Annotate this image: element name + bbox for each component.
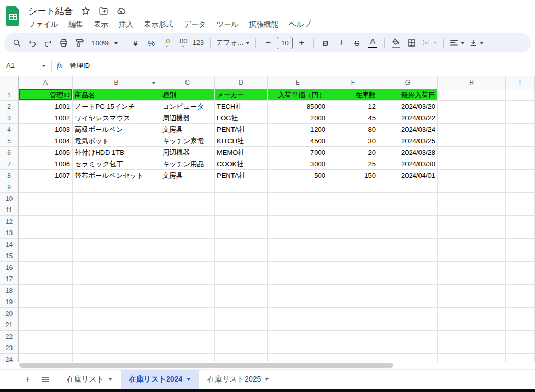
- cell-G10[interactable]: [378, 193, 438, 204]
- cell-C20[interactable]: [160, 308, 215, 319]
- bold-button[interactable]: B: [318, 36, 333, 50]
- cell-H13[interactable]: [438, 227, 506, 239]
- column-header-F[interactable]: F: [328, 76, 378, 89]
- cell-E7[interactable]: 3000: [268, 158, 328, 170]
- cell-E1[interactable]: 入荷単価（円）: [268, 89, 328, 101]
- row-header-7[interactable]: 7: [0, 158, 19, 170]
- cell-A20[interactable]: [19, 308, 73, 319]
- paint-format-button[interactable]: [72, 36, 87, 50]
- menu-item-0[interactable]: ファイル: [24, 19, 62, 30]
- cell-C7[interactable]: キッチン用品: [160, 158, 215, 170]
- text-color-button[interactable]: A: [365, 36, 380, 50]
- cell-B18[interactable]: [73, 285, 160, 296]
- cell-G1[interactable]: 最終入荷日: [378, 89, 438, 101]
- cell-H15[interactable]: [438, 250, 506, 262]
- select-all-corner[interactable]: [0, 76, 19, 89]
- merge-cells-button[interactable]: [420, 36, 439, 50]
- cell-F23[interactable]: [328, 342, 378, 354]
- cell-H4[interactable]: [438, 124, 506, 135]
- cell-I11[interactable]: [506, 204, 535, 216]
- cell-B14[interactable]: [73, 239, 160, 250]
- cell-G21[interactable]: [378, 319, 438, 331]
- cell-I22[interactable]: [506, 331, 535, 342]
- cell-I1[interactable]: [506, 89, 535, 101]
- menu-item-3[interactable]: 挿入: [114, 19, 137, 30]
- cell-C12[interactable]: [160, 216, 215, 227]
- cell-D9[interactable]: [215, 181, 268, 193]
- cell-B17[interactable]: [73, 273, 160, 285]
- cell-I12[interactable]: [506, 216, 535, 227]
- menu-item-2[interactable]: 表示: [89, 19, 112, 30]
- cell-G14[interactable]: [378, 239, 438, 250]
- row-header-12[interactable]: 12: [0, 216, 19, 227]
- cell-D15[interactable]: [215, 250, 268, 262]
- cell-E2[interactable]: 85000: [268, 101, 328, 112]
- cell-H18[interactable]: [438, 285, 506, 296]
- cell-F18[interactable]: [328, 285, 378, 296]
- column-header-G[interactable]: G: [378, 76, 438, 89]
- cell-H1[interactable]: [438, 89, 506, 101]
- undo-button[interactable]: [25, 36, 40, 50]
- cell-H2[interactable]: [438, 101, 506, 112]
- cell-B13[interactable]: [73, 227, 160, 239]
- cell-H17[interactable]: [438, 273, 506, 285]
- cell-A9[interactable]: [19, 181, 73, 193]
- cell-D17[interactable]: [215, 273, 268, 285]
- decrease-font-size-button[interactable]: −: [260, 36, 276, 50]
- borders-button[interactable]: [404, 36, 419, 50]
- column-header-E[interactable]: E: [268, 76, 328, 89]
- cell-B21[interactable]: [73, 319, 160, 331]
- cell-F17[interactable]: [328, 273, 378, 285]
- menu-item-6[interactable]: ツール: [212, 19, 243, 30]
- sheet-tab-2[interactable]: 在庫リスト2025: [199, 370, 277, 389]
- formula-input[interactable]: 管理ID: [69, 61, 90, 71]
- cell-A5[interactable]: 1004: [19, 135, 73, 147]
- font-size-input[interactable]: 10: [277, 37, 293, 49]
- cell-C1[interactable]: 種別: [160, 89, 215, 101]
- row-header-2[interactable]: 2: [0, 101, 19, 112]
- cell-A10[interactable]: [19, 193, 73, 204]
- row-header-23[interactable]: 23: [0, 342, 19, 354]
- cell-I15[interactable]: [506, 250, 535, 262]
- cell-E19[interactable]: [268, 296, 328, 308]
- cell-D12[interactable]: [215, 216, 268, 227]
- menu-item-5[interactable]: データ: [179, 19, 210, 30]
- cell-I13[interactable]: [506, 227, 535, 239]
- column-header-C[interactable]: C: [160, 76, 215, 89]
- cell-C13[interactable]: [160, 227, 215, 239]
- cell-E22[interactable]: [268, 331, 328, 342]
- cell-C2[interactable]: コンピュータ: [160, 101, 215, 112]
- cell-A24[interactable]: [19, 354, 73, 362]
- cell-H14[interactable]: [438, 239, 506, 250]
- vertical-align-button[interactable]: [468, 36, 485, 50]
- cell-D8[interactable]: PENTA社: [215, 170, 268, 181]
- cell-I5[interactable]: [506, 135, 535, 147]
- cell-C6[interactable]: 周辺機器: [160, 147, 215, 158]
- cell-F15[interactable]: [328, 250, 378, 262]
- document-title[interactable]: シート結合: [28, 5, 73, 17]
- cell-B12[interactable]: [73, 216, 160, 227]
- zoom-select[interactable]: 100%: [88, 36, 120, 50]
- cell-B7[interactable]: セラミック包丁: [73, 158, 160, 170]
- cell-I10[interactable]: [506, 193, 535, 204]
- cell-G7[interactable]: 2024/03/30: [378, 158, 438, 170]
- cell-E23[interactable]: [268, 342, 328, 354]
- column-dropdown-icon[interactable]: [152, 82, 156, 84]
- cell-F20[interactable]: [328, 308, 378, 319]
- cell-C15[interactable]: [160, 250, 215, 262]
- row-header-24[interactable]: 24: [0, 354, 19, 362]
- cell-E17[interactable]: [268, 273, 328, 285]
- row-header-18[interactable]: 18: [0, 285, 19, 296]
- cell-B6[interactable]: 外付けHDD 1TB: [73, 147, 160, 158]
- cell-E8[interactable]: 500: [268, 170, 328, 181]
- cell-A17[interactable]: [19, 273, 73, 285]
- cell-B22[interactable]: [73, 331, 160, 342]
- cell-I8[interactable]: [506, 170, 535, 181]
- cell-H7[interactable]: [438, 158, 506, 170]
- increase-font-size-button[interactable]: +: [294, 36, 309, 50]
- cell-D3[interactable]: LOG社: [215, 112, 268, 124]
- cell-A14[interactable]: [19, 239, 73, 250]
- cell-A15[interactable]: [19, 250, 73, 262]
- row-header-13[interactable]: 13: [0, 227, 19, 239]
- cell-F14[interactable]: [328, 239, 378, 250]
